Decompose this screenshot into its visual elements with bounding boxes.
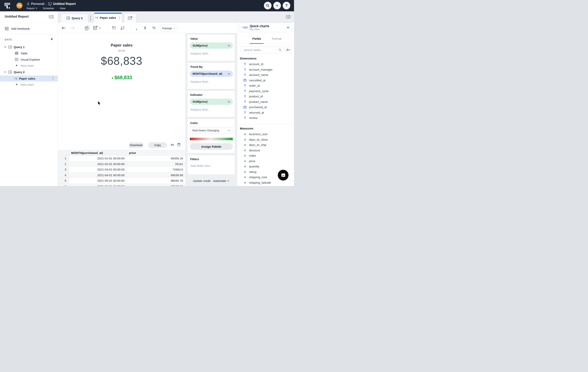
- dimension-field-item[interactable]: T account_manager: [237, 67, 294, 72]
- collapse-sidebar-button[interactable]: [48, 15, 54, 19]
- collapse-right-panel-button[interactable]: [286, 15, 291, 19]
- number-field-icon: #: [243, 138, 247, 141]
- collapse-table-icon[interactable]: [171, 144, 174, 146]
- breadcrumb-report-title[interactable]: Untitled Report: [53, 2, 76, 6]
- topbar-menu: Report Schedule View: [27, 6, 65, 10]
- dimension-field-item[interactable]: T review: [237, 115, 294, 121]
- dimension-field-item[interactable]: T order_id: [237, 83, 294, 88]
- search-fields-input[interactable]: Search fields...: [240, 47, 284, 53]
- measure-field-item[interactable]: # shipping_latitude: [237, 180, 294, 185]
- chart-subtitle: MOM: [58, 49, 185, 52]
- copy-button[interactable]: Copy: [148, 142, 167, 148]
- measure-field-item[interactable]: # shipping_longitude: [237, 185, 294, 186]
- value-field-pill[interactable]: SUM(price): [190, 43, 233, 49]
- dimension-field-item[interactable]: purchased_at: [237, 105, 294, 110]
- table-row[interactable]: 1 2021-01-01 00:00:00 56355.18: [58, 156, 185, 161]
- add-formula-button[interactable]: fx+: [285, 47, 292, 53]
- table-row[interactable]: 2 2021-02-01 00:00:00 76141: [58, 161, 185, 167]
- indicator-field-pill[interactable]: SUM(price): [190, 99, 233, 105]
- tab-query2[interactable]: Query 2: [61, 13, 88, 22]
- tab-separator: [90, 15, 91, 21]
- kebab-menu-icon[interactable]: ⋮: [118, 16, 121, 20]
- palette-select[interactable]: Red-Green Diverging: [190, 127, 233, 134]
- measure-field-item[interactable]: # quantity: [237, 164, 294, 169]
- dimension-field-item[interactable]: T account_name: [237, 72, 294, 78]
- breadcrumb-workspace[interactable]: Personal: [31, 2, 44, 6]
- add-field-button[interactable]: [84, 22, 91, 33]
- measure-field-item[interactable]: # days_to_close: [237, 137, 294, 142]
- chart-toolbar: , $ % Format: [58, 22, 237, 33]
- remove-field-button[interactable]: [92, 22, 101, 33]
- table-row[interactable]: 5 2021-05-01 00:00:00 86045.78: [58, 178, 185, 184]
- sidebar-item-new-chart-2[interactable]: + New chart: [15, 82, 34, 87]
- table-row[interactable]: 6 2021-06-01 00:00:00 78523.19: [58, 184, 185, 186]
- quick-charts-dropdown[interactable]: ^123 Quick charts Big Value: [239, 23, 292, 32]
- value-replace-placeholder[interactable]: Replace field...: [191, 52, 210, 55]
- user-avatar[interactable]: TM: [16, 2, 22, 9]
- help-button[interactable]: ?: [283, 2, 290, 9]
- sidebar-item-visual-explorer[interactable]: Visual Explorer: [15, 57, 40, 62]
- mouse-cursor: [97, 101, 101, 106]
- dimension-field-item[interactable]: T product_id: [237, 94, 294, 99]
- download-button[interactable]: Download: [129, 142, 144, 148]
- dimension-field-item[interactable]: cancelled_at: [237, 78, 294, 83]
- update-mode-dropdown[interactable]: Automatic: [213, 179, 230, 182]
- table-row[interactable]: 3 2021-03-01 00:00:00 73304.5: [58, 167, 185, 172]
- measure-field-item[interactable]: # price: [237, 159, 294, 164]
- search-button[interactable]: [264, 2, 272, 9]
- fx-icon: fx: [287, 48, 289, 52]
- assign-palette-button[interactable]: Assign Palette: [190, 143, 233, 150]
- trend-by-replace-placeholder[interactable]: Replace field...: [191, 80, 210, 83]
- sidebar-item-paper-sales[interactable]: ^2 Paper sales ⋮: [0, 75, 58, 81]
- table-row[interactable]: 4 2021-04-01 00:00:00 69539.58: [58, 172, 185, 178]
- menu-schedule[interactable]: Schedule: [43, 7, 54, 10]
- tab-fields[interactable]: Fields: [252, 37, 261, 41]
- number-field-icon: #: [243, 170, 247, 173]
- chevron-right-icon: ›: [46, 2, 47, 6]
- undo-button[interactable]: [61, 22, 66, 33]
- sidebar-item-table[interactable]: Table: [15, 51, 28, 56]
- tab-paper-sales[interactable]: ^2 Paper sales ⋮: [94, 13, 122, 22]
- results-table-body: 1 2021-01-01 00:00:00 56355.18 2 2021-02…: [58, 156, 185, 186]
- measure-field-item[interactable]: # days_to_ship: [237, 142, 294, 148]
- sidebar-item-query1[interactable]: Query 1: [4, 44, 25, 50]
- chat-widget-button[interactable]: [278, 170, 289, 181]
- currency-format-button[interactable]: $: [143, 22, 147, 33]
- dimension-field-item[interactable]: T product_name: [237, 99, 294, 105]
- big-value-delta: ▲$68,833: [58, 75, 185, 80]
- sidebar-item-new-chart-1[interactable]: + New chart: [15, 63, 34, 68]
- measure-field-item[interactable]: # index: [237, 153, 294, 159]
- add-data-button[interactable]: +: [51, 37, 53, 42]
- search-placeholder: Search fields...: [243, 48, 263, 52]
- add-button[interactable]: +: [273, 2, 281, 9]
- add-notebook-button[interactable]: Add Notebook: [5, 26, 30, 31]
- big-value-chart-type-icon: ^123: [242, 26, 247, 29]
- comma-format-button[interactable]: ,: [134, 22, 139, 33]
- sort-ascending-button[interactable]: [111, 22, 117, 33]
- format-dropdown[interactable]: Format: [160, 25, 178, 32]
- percent-format-button[interactable]: %: [152, 22, 156, 33]
- menu-report[interactable]: Report: [27, 7, 37, 10]
- month-column-header[interactable]: MONTH(purchased_at): [69, 150, 127, 156]
- kebab-menu-icon[interactable]: ⋮: [52, 76, 54, 80]
- sidebar-item-query2[interactable]: Query 2: [4, 69, 25, 75]
- price-column-header[interactable]: price: [127, 150, 185, 156]
- filters-placeholder[interactable]: Add fields here...: [191, 164, 213, 167]
- menu-view[interactable]: View: [60, 7, 65, 10]
- expand-table-icon[interactable]: [178, 143, 180, 146]
- dimension-field-item[interactable]: T returned_at: [237, 110, 294, 115]
- measure-field-item[interactable]: # discount: [237, 148, 294, 153]
- app-logo-icon[interactable]: [4, 2, 11, 9]
- measure-field-item[interactable]: # business_size: [237, 131, 294, 137]
- dimension-field-item[interactable]: T payment_cycle: [237, 88, 294, 94]
- tab-format[interactable]: Format: [272, 37, 282, 41]
- field-label: order_id: [249, 84, 260, 87]
- trend-by-field-pill[interactable]: MONTH(purchased_at): [190, 71, 233, 77]
- sort-descending-button[interactable]: [120, 22, 126, 33]
- add-field-icon: [85, 25, 90, 31]
- redo-button[interactable]: [70, 22, 75, 33]
- indicator-replace-placeholder[interactable]: Replace field...: [191, 108, 210, 111]
- dimension-field-item[interactable]: T account_id: [237, 61, 294, 67]
- filters-section: Filters Add fields here...: [187, 155, 235, 175]
- tab-new-chart[interactable]: [124, 13, 136, 22]
